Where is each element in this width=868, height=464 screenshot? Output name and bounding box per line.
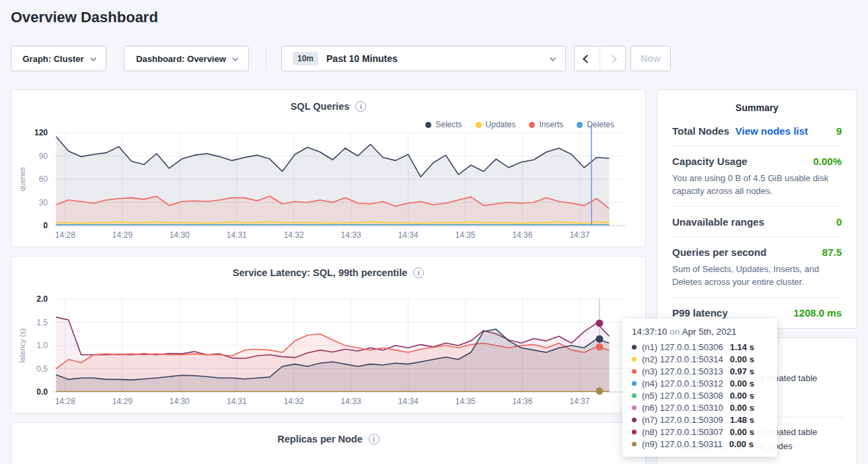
summary-title: Summary — [672, 102, 842, 113]
tooltip-node-row: (n2) 127.0.0.1:50314 0.00 s — [632, 353, 768, 365]
chart-title-row: Service Latency: SQL, 99th percentile i — [11, 267, 645, 278]
node-address: (n5) 127.0.0.1:50308 — [642, 391, 723, 401]
tooltip-node-row: (n8) 127.0.0.1:50307 0.00 s — [632, 426, 768, 438]
capacity-usage-value: 0.00% — [813, 156, 842, 167]
summary-capacity-section: Capacity Usage 0.00% You are using 0 B o… — [672, 145, 842, 206]
svg-text:14:35: 14:35 — [455, 230, 475, 240]
sql-queries-chart[interactable]: 14:2814:2914:3014:3114:3214:3314:3414:35… — [11, 124, 647, 245]
tooltip-date: Apr 5th, 2021 — [682, 327, 736, 337]
view-nodes-list-link[interactable]: View nodes list — [735, 125, 808, 137]
svg-text:30: 30 — [39, 198, 48, 207]
node-color-dot-icon — [632, 369, 637, 374]
chart-title: SQL Queries — [291, 101, 350, 112]
node-latency-value: 0.00 s — [730, 378, 754, 389]
overview-dashboard-page: Overview Dashboard Graph: Cluster Dashbo… — [0, 0, 868, 464]
tooltip-node-row: (n5) 127.0.0.1:50308 0.00 s — [632, 389, 768, 401]
service-latency-chart[interactable]: 14:2814:2914:3014:3114:3214:3314:3414:35… — [11, 290, 647, 411]
svg-text:14:32: 14:32 — [284, 230, 304, 240]
svg-text:90: 90 — [39, 152, 48, 161]
chevron-down-icon — [232, 55, 238, 61]
node-color-dot-icon — [632, 393, 637, 398]
node-latency-value: 0.00 s — [730, 427, 754, 437]
time-next-button[interactable] — [600, 46, 625, 71]
sql-queries-panel: SQL Queries i Selects Updates Inserts — [11, 90, 646, 247]
node-latency-value: 0.00 s — [729, 439, 754, 449]
summary-panel: Summary Total Nodes View nodes list 9 Ca… — [657, 90, 857, 329]
svg-text:14:34: 14:34 — [398, 397, 419, 406]
node-address: (n7) 127.0.0.1:50309 — [642, 415, 723, 425]
total-nodes-value: 9 — [836, 125, 842, 137]
chart-title-row: SQL Queries i — [11, 101, 645, 112]
chevron-down-icon — [90, 55, 96, 61]
node-latency-value: 0.00 s — [730, 354, 754, 364]
tooltip-node-row: (n4) 127.0.0.1:50312 0.00 s — [632, 377, 768, 389]
svg-text:14:31: 14:31 — [227, 397, 247, 406]
tooltip-time: 14:37:10 — [632, 327, 667, 337]
tooltip-node-row: (n1) 127.0.0.1:50306 1.14 s — [632, 341, 768, 353]
node-latency-value: 1.48 s — [730, 415, 754, 425]
tooltip-node-row: (n3) 127.0.0.1:50313 0.97 s — [632, 365, 768, 377]
svg-text:14:28: 14:28 — [55, 397, 75, 406]
node-address: (n6) 127.0.0.1:50310 — [642, 403, 723, 413]
tooltip-node-row: (n9) 127.0.0.1:50311 0.00 s — [632, 438, 768, 450]
toolbar-divider — [266, 47, 266, 70]
now-button[interactable]: Now — [630, 46, 671, 71]
svg-text:14:34: 14:34 — [398, 230, 419, 240]
svg-text:14:36: 14:36 — [512, 397, 532, 406]
replicas-per-node-panel: Replicas per Node i — [11, 422, 646, 464]
node-color-dot-icon — [632, 381, 637, 386]
chart-title: Service Latency: SQL, 99th percentile — [233, 267, 408, 278]
svg-text:14:36: 14:36 — [512, 230, 532, 240]
time-range-dropdown[interactable]: 10m Past 10 Minutes — [281, 46, 566, 71]
svg-text:0.0: 0.0 — [36, 387, 48, 397]
tooltip-conjunction: on — [670, 327, 680, 337]
svg-text:14:31: 14:31 — [227, 230, 247, 240]
svg-text:1.5: 1.5 — [36, 318, 48, 327]
info-icon[interactable]: i — [369, 434, 379, 444]
tooltip-rows: (n1) 127.0.0.1:50306 1.14 s (n2) 127.0.0… — [632, 341, 768, 450]
svg-text:14:35: 14:35 — [455, 397, 475, 406]
svg-text:latency (s): latency (s) — [18, 329, 26, 363]
node-latency-value: 0.00 s — [730, 391, 754, 401]
svg-text:queries: queries — [18, 166, 26, 191]
summary-total-nodes-section: Total Nodes View nodes list 9 — [672, 116, 842, 145]
info-icon[interactable]: i — [355, 101, 366, 112]
svg-text:14:30: 14:30 — [170, 397, 190, 406]
time-prev-button[interactable] — [575, 46, 600, 71]
tooltip-node-row: (n6) 127.0.0.1:50310 0.00 s — [632, 401, 768, 413]
svg-text:14:37: 14:37 — [569, 397, 589, 406]
chart-title-row: Replicas per Node i — [11, 434, 645, 444]
time-range-badge: 10m — [293, 52, 318, 65]
dashboard-dropdown[interactable]: Dashboard: Overview — [124, 46, 249, 71]
chevron-down-icon — [550, 55, 555, 61]
node-address: (n8) 127.0.0.1:50307 — [642, 427, 723, 437]
node-color-dot-icon — [632, 442, 637, 446]
graph-scope-label: Graph: Cluster — [22, 54, 83, 64]
svg-text:14:30: 14:30 — [170, 230, 190, 240]
node-address: (n9) 127.0.0.1:50311 — [642, 439, 723, 449]
node-color-dot-icon — [632, 357, 637, 362]
unavailable-ranges-label: Unavailable ranges — [672, 216, 764, 228]
node-latency-value: 1.14 s — [730, 342, 754, 352]
graph-scope-dropdown[interactable]: Graph: Cluster — [11, 46, 106, 71]
unavailable-ranges-value: 0 — [836, 216, 842, 228]
svg-text:14:29: 14:29 — [112, 397, 133, 406]
total-nodes-label: Total Nodes — [672, 125, 729, 137]
node-color-dot-icon — [632, 405, 637, 410]
node-color-dot-icon — [632, 418, 637, 422]
p99-latency-label: P99 latency — [672, 307, 728, 319]
chevron-right-icon — [608, 55, 617, 63]
node-address: (n3) 127.0.0.1:50313 — [642, 366, 723, 376]
svg-text:14:33: 14:33 — [341, 397, 361, 406]
info-icon[interactable]: i — [413, 267, 424, 278]
svg-text:1.0: 1.0 — [36, 341, 48, 350]
qps-label: Queries per second — [672, 246, 766, 258]
svg-text:14:29: 14:29 — [112, 230, 133, 240]
tooltip-timestamp: 14:37:10 on Apr 5th, 2021 — [632, 327, 768, 337]
chart-hover-tooltip: 14:37:10 on Apr 5th, 2021 (n1) 127.0.0.1… — [622, 319, 777, 457]
qps-description: Sum of Selects, Updates, Inserts, and De… — [672, 263, 842, 288]
node-address: (n1) 127.0.0.1:50306 — [642, 342, 723, 352]
svg-text:60: 60 — [39, 174, 48, 184]
qps-value: 87.5 — [822, 246, 842, 258]
summary-unavailable-ranges-section: Unavailable ranges 0 — [672, 206, 842, 236]
